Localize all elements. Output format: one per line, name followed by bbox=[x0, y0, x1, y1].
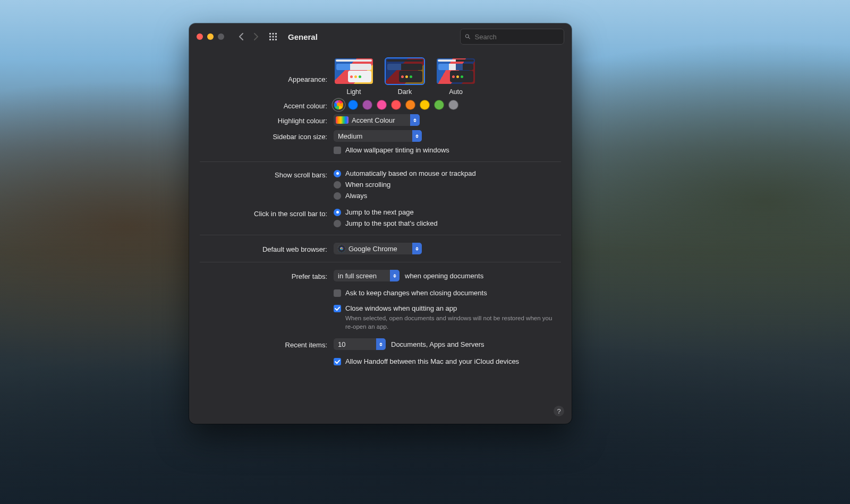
svg-rect-3 bbox=[269, 36, 271, 38]
handoff-checkbox[interactable]: Allow Handoff between this Mac and your … bbox=[334, 357, 561, 365]
appearance-picker: Light Dark Auto bbox=[334, 57, 561, 96]
accent-swatch-4[interactable] bbox=[391, 100, 401, 110]
search-field[interactable] bbox=[460, 29, 564, 45]
default-browser-value: Google Chrome bbox=[348, 245, 397, 253]
default-browser-label: Default web browser: bbox=[200, 244, 334, 253]
scroll-click-next-page[interactable]: Jump to the next page bbox=[334, 208, 561, 216]
separator bbox=[200, 235, 561, 235]
appearance-dark[interactable]: Dark bbox=[385, 57, 425, 96]
svg-line-10 bbox=[469, 37, 470, 39]
recent-items-suffix: Documents, Apps and Servers bbox=[391, 340, 484, 348]
separator bbox=[200, 161, 561, 162]
svg-rect-8 bbox=[275, 39, 277, 40]
accent-swatch-7[interactable] bbox=[434, 100, 444, 110]
sidebar-size-popup[interactable]: Medium bbox=[334, 130, 422, 142]
accent-swatch-5[interactable] bbox=[405, 100, 415, 110]
colour-swatch-icon bbox=[336, 116, 348, 124]
accent-swatch-6[interactable] bbox=[420, 100, 430, 110]
prefer-tabs-suffix: when opening documents bbox=[405, 272, 483, 280]
chevron-updown-icon bbox=[410, 114, 420, 126]
appearance-auto-label: Auto bbox=[449, 88, 463, 96]
accent-swatch-3[interactable] bbox=[377, 100, 387, 110]
close-window-button[interactable] bbox=[197, 33, 203, 40]
window-controls bbox=[197, 33, 224, 40]
zoom-window-button[interactable] bbox=[218, 33, 224, 40]
prefer-tabs-value: in full screen bbox=[338, 272, 377, 280]
prefer-tabs-popup[interactable]: in full screen bbox=[334, 270, 400, 281]
svg-rect-5 bbox=[275, 36, 277, 38]
scroll-bars-auto[interactable]: Automatically based on mouse or trackpad bbox=[334, 169, 561, 177]
scroll-click-label: Click in the scroll bar to: bbox=[200, 208, 334, 218]
accent-swatch-0[interactable] bbox=[334, 100, 344, 110]
ask-keep-changes-checkbox[interactable]: Ask to keep changes when closing documen… bbox=[334, 289, 561, 297]
recent-items-value: 10 bbox=[338, 340, 345, 348]
chevron-updown-icon bbox=[412, 243, 422, 254]
close-windows-label: Close windows when quitting an app bbox=[345, 304, 552, 312]
appearance-light[interactable]: Light bbox=[334, 57, 374, 96]
titlebar: General bbox=[189, 23, 572, 50]
appearance-label: Appearance: bbox=[200, 57, 334, 83]
recent-items-popup[interactable]: 10 bbox=[334, 338, 386, 350]
window-title: General bbox=[288, 32, 318, 41]
appearance-auto[interactable]: Auto bbox=[436, 57, 476, 96]
accent-swatch-1[interactable] bbox=[348, 100, 358, 110]
forward-button[interactable] bbox=[249, 30, 264, 43]
separator bbox=[200, 262, 561, 262]
highlight-colour-value: Accent Colour bbox=[352, 116, 395, 124]
back-button[interactable] bbox=[234, 30, 249, 43]
accent-swatch-2[interactable] bbox=[362, 100, 372, 110]
accent-swatch-8[interactable] bbox=[448, 100, 458, 110]
highlight-colour-popup[interactable]: Accent Colour bbox=[334, 114, 420, 126]
chevron-updown-icon bbox=[376, 338, 386, 350]
wallpaper-tinting-checkbox[interactable]: Allow wallpaper tinting in windows bbox=[334, 146, 561, 154]
prefer-tabs-label: Prefer tabs: bbox=[200, 271, 334, 280]
handoff-label: Allow Handoff between this Mac and your … bbox=[345, 357, 519, 365]
svg-rect-6 bbox=[269, 39, 271, 40]
scroll-click-group: Jump to the next page Jump to the spot t… bbox=[334, 208, 561, 227]
preferences-window: General Appearance: Light Dark bbox=[189, 23, 572, 424]
appearance-dark-label: Dark bbox=[398, 88, 412, 96]
recent-items-label: Recent items: bbox=[200, 339, 334, 349]
sidebar-size-label: Sidebar icon size: bbox=[200, 131, 334, 141]
scroll-bars-label: Show scroll bars: bbox=[200, 169, 334, 179]
svg-rect-1 bbox=[273, 33, 274, 35]
svg-rect-4 bbox=[273, 36, 274, 38]
scroll-bars-always[interactable]: Always bbox=[334, 192, 561, 200]
appearance-light-label: Light bbox=[346, 88, 361, 96]
ask-keep-changes-label: Ask to keep changes when closing documen… bbox=[345, 289, 487, 297]
show-all-button[interactable] bbox=[267, 30, 279, 43]
scroll-bars-group: Automatically based on mouse or trackpad… bbox=[334, 169, 561, 200]
preferences-body: Appearance: Light Dark Auto bbox=[189, 50, 572, 375]
highlight-colour-label: Highlight colour: bbox=[200, 115, 334, 125]
chevron-updown-icon bbox=[390, 270, 400, 281]
svg-rect-0 bbox=[269, 33, 271, 35]
default-browser-popup[interactable]: Google Chrome bbox=[334, 243, 422, 254]
sidebar-size-value: Medium bbox=[338, 132, 362, 140]
search-icon bbox=[465, 33, 471, 40]
help-button[interactable]: ? bbox=[554, 406, 564, 416]
close-windows-checkbox[interactable]: Close windows when quitting an app When … bbox=[334, 304, 561, 331]
accent-colour-picker bbox=[334, 100, 561, 110]
wallpaper-tinting-label: Allow wallpaper tinting in windows bbox=[345, 146, 449, 154]
svg-rect-2 bbox=[275, 33, 277, 35]
scroll-bars-when-scrolling[interactable]: When scrolling bbox=[334, 181, 561, 189]
chevron-updown-icon bbox=[412, 130, 422, 142]
search-input[interactable] bbox=[474, 32, 559, 41]
close-windows-hint: When selected, open documents and window… bbox=[345, 314, 552, 331]
minimize-window-button[interactable] bbox=[207, 33, 214, 40]
svg-rect-7 bbox=[273, 39, 274, 40]
accent-colour-label: Accent colour: bbox=[200, 100, 334, 110]
chrome-icon bbox=[338, 245, 345, 252]
scroll-click-spot[interactable]: Jump to the spot that's clicked bbox=[334, 219, 561, 227]
